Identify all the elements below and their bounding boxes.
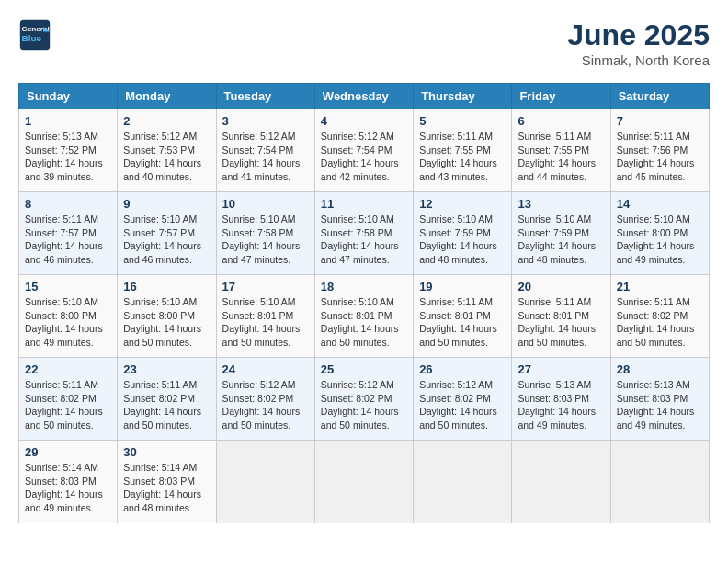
day-info: Sunrise: 5:11 AM Sunset: 8:02 PM Dayligh…	[123, 378, 210, 432]
weekday-friday: Friday	[512, 84, 610, 109]
day-info: Sunrise: 5:10 AM Sunset: 7:58 PM Dayligh…	[222, 213, 309, 267]
calendar-cell	[610, 441, 709, 523]
calendar-cell: 13Sunrise: 5:10 AM Sunset: 7:59 PM Dayli…	[512, 192, 610, 275]
day-number: 22	[25, 362, 111, 376]
calendar-cell: 26Sunrise: 5:12 AM Sunset: 8:02 PM Dayli…	[414, 358, 512, 441]
calendar-subtitle: Sinmak, North Korea	[567, 52, 710, 68]
day-number: 27	[518, 362, 604, 376]
calendar-title: June 2025	[567, 18, 710, 52]
calendar-cell: 14Sunrise: 5:10 AM Sunset: 8:00 PM Dayli…	[610, 192, 709, 275]
weekday-wednesday: Wednesday	[314, 84, 413, 109]
day-number: 1	[25, 114, 111, 128]
day-info: Sunrise: 5:11 AM Sunset: 7:55 PM Dayligh…	[518, 130, 604, 184]
day-number: 10	[222, 197, 309, 211]
day-number: 7	[617, 114, 703, 128]
day-number: 2	[123, 114, 210, 128]
day-info: Sunrise: 5:14 AM Sunset: 8:03 PM Dayligh…	[123, 461, 210, 515]
day-number: 23	[123, 362, 210, 376]
day-number: 15	[25, 280, 111, 293]
day-info: Sunrise: 5:10 AM Sunset: 7:59 PM Dayligh…	[518, 213, 604, 267]
day-info: Sunrise: 5:12 AM Sunset: 7:54 PM Dayligh…	[321, 130, 407, 184]
calendar-body: 1Sunrise: 5:13 AM Sunset: 7:52 PM Daylig…	[19, 109, 710, 523]
day-number: 16	[123, 280, 210, 293]
weekday-tuesday: Tuesday	[216, 84, 314, 109]
day-number: 17	[222, 280, 309, 293]
day-info: Sunrise: 5:12 AM Sunset: 8:02 PM Dayligh…	[321, 378, 407, 432]
day-info: Sunrise: 5:11 AM Sunset: 8:02 PM Dayligh…	[25, 378, 111, 432]
day-info: Sunrise: 5:10 AM Sunset: 8:00 PM Dayligh…	[123, 295, 210, 350]
day-info: Sunrise: 5:10 AM Sunset: 8:00 PM Dayligh…	[617, 213, 703, 267]
day-number: 13	[518, 197, 604, 211]
day-info: Sunrise: 5:12 AM Sunset: 8:02 PM Dayligh…	[222, 378, 309, 432]
day-info: Sunrise: 5:13 AM Sunset: 7:52 PM Dayligh…	[25, 130, 111, 184]
day-number: 11	[321, 197, 407, 211]
calendar-cell: 15Sunrise: 5:10 AM Sunset: 8:00 PM Dayli…	[19, 275, 118, 358]
calendar-cell: 4Sunrise: 5:12 AM Sunset: 7:54 PM Daylig…	[314, 109, 413, 192]
calendar-cell: 7Sunrise: 5:11 AM Sunset: 7:56 PM Daylig…	[610, 109, 709, 192]
day-number: 6	[518, 114, 604, 128]
calendar-cell: 12Sunrise: 5:10 AM Sunset: 7:59 PM Dayli…	[414, 192, 512, 275]
calendar-week-row: 15Sunrise: 5:10 AM Sunset: 8:00 PM Dayli…	[19, 275, 710, 358]
calendar-cell: 23Sunrise: 5:11 AM Sunset: 8:02 PM Dayli…	[118, 358, 216, 441]
day-info: Sunrise: 5:10 AM Sunset: 8:01 PM Dayligh…	[321, 295, 407, 350]
calendar-cell: 6Sunrise: 5:11 AM Sunset: 7:55 PM Daylig…	[512, 109, 610, 192]
day-number: 4	[321, 114, 407, 128]
weekday-saturday: Saturday	[610, 84, 709, 109]
day-number: 12	[419, 197, 506, 211]
calendar-cell: 25Sunrise: 5:12 AM Sunset: 8:02 PM Dayli…	[314, 358, 413, 441]
svg-text:Blue: Blue	[22, 33, 42, 43]
day-info: Sunrise: 5:10 AM Sunset: 7:59 PM Dayligh…	[419, 213, 506, 267]
calendar-cell: 8Sunrise: 5:11 AM Sunset: 7:57 PM Daylig…	[19, 192, 118, 275]
calendar-week-row: 29Sunrise: 5:14 AM Sunset: 8:03 PM Dayli…	[19, 441, 710, 523]
day-number: 9	[123, 197, 210, 211]
day-info: Sunrise: 5:11 AM Sunset: 8:01 PM Dayligh…	[518, 295, 604, 350]
day-info: Sunrise: 5:12 AM Sunset: 7:53 PM Dayligh…	[123, 130, 210, 184]
logo-icon: General Blue	[18, 18, 51, 52]
calendar-cell: 11Sunrise: 5:10 AM Sunset: 7:58 PM Dayli…	[314, 192, 413, 275]
day-info: Sunrise: 5:11 AM Sunset: 7:55 PM Dayligh…	[419, 130, 506, 184]
calendar-cell: 29Sunrise: 5:14 AM Sunset: 8:03 PM Dayli…	[19, 441, 118, 523]
calendar-cell: 10Sunrise: 5:10 AM Sunset: 7:58 PM Dayli…	[216, 192, 314, 275]
day-number: 14	[617, 197, 703, 211]
calendar-cell: 17Sunrise: 5:10 AM Sunset: 8:01 PM Dayli…	[216, 275, 314, 358]
day-number: 18	[321, 280, 407, 293]
calendar-cell	[512, 441, 610, 523]
day-info: Sunrise: 5:13 AM Sunset: 8:03 PM Dayligh…	[617, 378, 703, 432]
calendar-cell: 18Sunrise: 5:10 AM Sunset: 8:01 PM Dayli…	[314, 275, 413, 358]
day-info: Sunrise: 5:11 AM Sunset: 7:56 PM Dayligh…	[617, 130, 703, 184]
day-number: 24	[222, 362, 309, 376]
calendar-cell: 1Sunrise: 5:13 AM Sunset: 7:52 PM Daylig…	[19, 109, 118, 192]
title-block: June 2025 Sinmak, North Korea	[567, 18, 710, 68]
day-info: Sunrise: 5:12 AM Sunset: 8:02 PM Dayligh…	[419, 378, 506, 432]
day-info: Sunrise: 5:12 AM Sunset: 7:54 PM Dayligh…	[222, 130, 309, 184]
calendar-cell: 9Sunrise: 5:10 AM Sunset: 7:57 PM Daylig…	[118, 192, 216, 275]
calendar-week-row: 8Sunrise: 5:11 AM Sunset: 7:57 PM Daylig…	[19, 192, 710, 275]
day-info: Sunrise: 5:10 AM Sunset: 8:00 PM Dayligh…	[25, 295, 111, 350]
page-header: General Blue June 2025 Sinmak, North Kor…	[18, 18, 710, 68]
day-number: 26	[419, 362, 506, 376]
day-number: 30	[123, 445, 210, 459]
calendar-cell: 21Sunrise: 5:11 AM Sunset: 8:02 PM Dayli…	[610, 275, 709, 358]
weekday-sunday: Sunday	[19, 84, 118, 109]
day-info: Sunrise: 5:10 AM Sunset: 7:57 PM Dayligh…	[123, 213, 210, 267]
calendar-week-row: 1Sunrise: 5:13 AM Sunset: 7:52 PM Daylig…	[19, 109, 710, 192]
day-info: Sunrise: 5:11 AM Sunset: 8:01 PM Dayligh…	[419, 295, 506, 350]
day-number: 5	[419, 114, 506, 128]
calendar-header: SundayMondayTuesdayWednesdayThursdayFrid…	[19, 84, 710, 109]
calendar-cell	[314, 441, 413, 523]
calendar-cell: 16Sunrise: 5:10 AM Sunset: 8:00 PM Dayli…	[118, 275, 216, 358]
day-info: Sunrise: 5:10 AM Sunset: 8:01 PM Dayligh…	[222, 295, 309, 350]
day-info: Sunrise: 5:13 AM Sunset: 8:03 PM Dayligh…	[518, 378, 604, 432]
calendar-cell: 27Sunrise: 5:13 AM Sunset: 8:03 PM Dayli…	[512, 358, 610, 441]
calendar-cell: 20Sunrise: 5:11 AM Sunset: 8:01 PM Dayli…	[512, 275, 610, 358]
day-info: Sunrise: 5:10 AM Sunset: 7:58 PM Dayligh…	[321, 213, 407, 267]
calendar-week-row: 22Sunrise: 5:11 AM Sunset: 8:02 PM Dayli…	[19, 358, 710, 441]
weekday-header-row: SundayMondayTuesdayWednesdayThursdayFrid…	[19, 84, 710, 109]
day-info: Sunrise: 5:11 AM Sunset: 8:02 PM Dayligh…	[617, 295, 703, 350]
day-number: 21	[617, 280, 703, 293]
calendar-cell: 24Sunrise: 5:12 AM Sunset: 8:02 PM Dayli…	[216, 358, 314, 441]
calendar-cell: 5Sunrise: 5:11 AM Sunset: 7:55 PM Daylig…	[414, 109, 512, 192]
day-number: 25	[321, 362, 407, 376]
calendar-cell: 2Sunrise: 5:12 AM Sunset: 7:53 PM Daylig…	[118, 109, 216, 192]
weekday-monday: Monday	[118, 84, 216, 109]
